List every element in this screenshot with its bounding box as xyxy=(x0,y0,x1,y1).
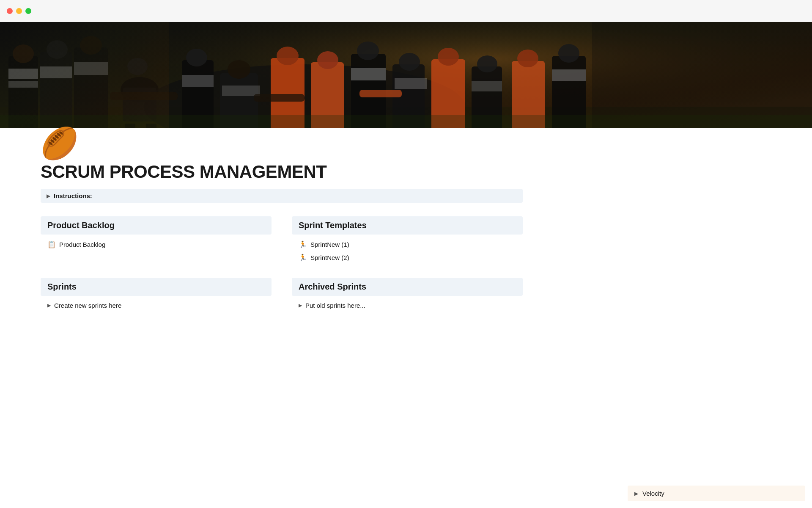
svg-rect-50 xyxy=(351,68,386,80)
svg-rect-30 xyxy=(182,75,214,87)
backlog-icon: 📋 xyxy=(47,240,56,248)
velocity-toggle-arrow: ▶ xyxy=(634,491,638,497)
create-sprints-label: Create new sprints here xyxy=(54,302,121,309)
section-title-product-backlog: Product Backlog xyxy=(47,221,115,230)
sections-grid: Product Backlog 📋 Product Backlog Sprint… xyxy=(41,216,523,312)
sprint-new-1-item[interactable]: 🏃 SprintNew (1) xyxy=(292,238,523,251)
page-header: 🏉 SCRUM PROCESS MANAGEMENT ▶ Instruction… xyxy=(0,128,812,312)
hero-svg xyxy=(0,22,812,145)
put-old-sprints-arrow: ▶ xyxy=(299,303,302,308)
section-header-sprint-templates: Sprint Templates xyxy=(292,216,523,235)
svg-rect-76 xyxy=(552,69,586,81)
svg-point-97 xyxy=(558,44,579,63)
svg-rect-67 xyxy=(472,81,502,91)
instructions-label: Instructions: xyxy=(54,192,92,199)
svg-rect-36 xyxy=(222,86,260,96)
put-old-sprints-toggle[interactable]: ▶ Put old sprints here... xyxy=(292,299,523,312)
section-archived-sprints: Archived Sprints ▶ Put old sprints here.… xyxy=(292,278,523,312)
sprint-runner-icon-2: 🏃 xyxy=(299,254,307,262)
section-sprint-templates: Sprint Templates 🏃 SprintNew (1) 🏃 Sprin… xyxy=(292,216,523,264)
svg-rect-82 xyxy=(254,94,304,102)
put-old-sprints-label: Put old sprints here... xyxy=(305,302,365,309)
sprint-new-1-link[interactable]: SprintNew (1) xyxy=(310,241,349,248)
svg-point-92 xyxy=(357,41,379,60)
svg-point-89 xyxy=(228,60,250,79)
svg-point-94 xyxy=(438,48,459,66)
svg-rect-56 xyxy=(395,78,427,89)
section-header-product-backlog: Product Backlog xyxy=(41,216,272,235)
maximize-button[interactable] xyxy=(25,8,31,14)
instructions-bar[interactable]: ▶ Instructions: xyxy=(41,189,523,203)
product-backlog-link[interactable]: Product Backlog xyxy=(59,241,105,248)
section-title-sprints: Sprints xyxy=(47,282,77,291)
svg-point-95 xyxy=(477,55,497,72)
svg-point-93 xyxy=(399,53,420,71)
create-sprints-arrow: ▶ xyxy=(47,303,51,308)
section-title-archived-sprints: Archived Sprints xyxy=(299,282,366,291)
page-icon: 🏉 xyxy=(41,128,771,158)
section-header-archived-sprints: Archived Sprints xyxy=(292,278,523,296)
svg-point-90 xyxy=(277,47,299,65)
create-sprints-toggle[interactable]: ▶ Create new sprints here xyxy=(41,299,272,312)
sprint-new-2-link[interactable]: SprintNew (2) xyxy=(310,254,349,261)
minimize-button[interactable] xyxy=(16,8,22,14)
page-title: SCRUM PROCESS MANAGEMENT xyxy=(41,162,771,182)
section-sprints: Sprints ▶ Create new sprints here xyxy=(41,278,272,312)
close-button[interactable] xyxy=(7,8,13,14)
svg-point-96 xyxy=(517,50,538,67)
product-backlog-item[interactable]: 📋 Product Backlog xyxy=(41,238,272,251)
section-title-sprint-templates: Sprint Templates xyxy=(299,221,367,230)
sprint-new-2-item[interactable]: 🏃 SprintNew (2) xyxy=(292,251,523,264)
velocity-label: Velocity xyxy=(642,490,664,497)
section-product-backlog: Product Backlog 📋 Product Backlog xyxy=(41,216,272,264)
hero-image xyxy=(0,22,812,145)
traffic-lights xyxy=(7,8,31,14)
svg-rect-83 xyxy=(359,90,402,97)
window-chrome xyxy=(0,0,812,22)
section-header-sprints: Sprints xyxy=(41,278,272,296)
svg-point-88 xyxy=(186,49,207,66)
instructions-toggle-arrow: ▶ xyxy=(47,193,50,199)
svg-point-91 xyxy=(317,51,338,69)
velocity-bar[interactable]: ▶ Velocity xyxy=(628,486,805,501)
sprint-runner-icon-1: 🏃 xyxy=(299,240,307,248)
main-content: 🏉 SCRUM PROCESS MANAGEMENT ▶ Instruction… xyxy=(0,0,812,312)
